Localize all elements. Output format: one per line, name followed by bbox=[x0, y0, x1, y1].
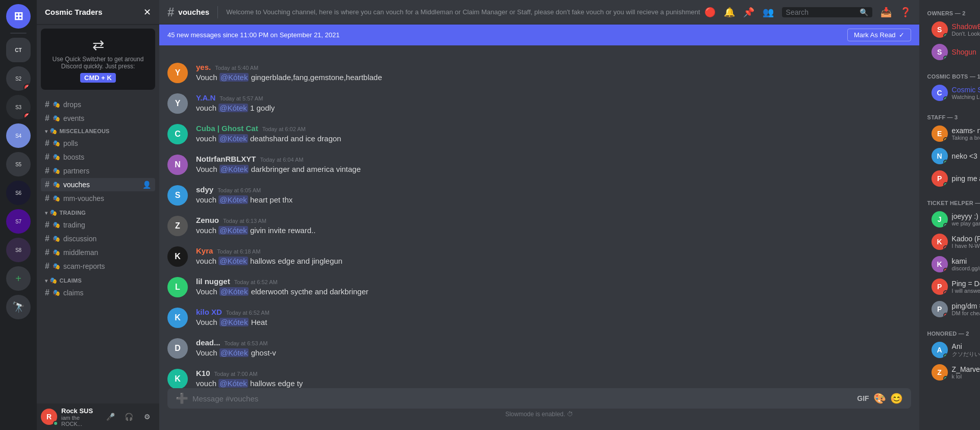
channel-item-claims[interactable]: # 🎭 claims bbox=[41, 286, 155, 299]
channel-list: # 🎭 drops # 🎭 events ▾ 🎭 MISCELLANEOUS #… bbox=[37, 94, 159, 403]
avatar: S bbox=[932, 44, 948, 60]
header-icons: 🔴 🔔 📌 👥 🔍 📥 ❓ bbox=[704, 7, 911, 18]
message-input[interactable] bbox=[192, 389, 853, 409]
mention[interactable]: @Kótek bbox=[218, 104, 248, 112]
message-timestamp: Today at 6:13 AM bbox=[223, 218, 266, 224]
avatar: K bbox=[932, 256, 948, 272]
channel-item-drops[interactable]: # 🎭 drops bbox=[41, 98, 155, 111]
channel-item-vouches[interactable]: # 🎭 vouches 👤 bbox=[41, 178, 155, 191]
mention[interactable]: @Kótek bbox=[219, 318, 249, 326]
list-item[interactable]: A Ani クソだりいなー bbox=[923, 339, 980, 361]
server-2[interactable]: S2 1 bbox=[6, 66, 31, 91]
list-item[interactable]: N neko <3 bbox=[923, 145, 980, 167]
channel-item-middleman[interactable]: # 🎭 middleman bbox=[41, 246, 155, 259]
channel-item-partners[interactable]: # 🎭 partners bbox=[41, 164, 155, 178]
member-name: Ping = Delete bbox=[952, 280, 980, 288]
mention[interactable]: @Kótek bbox=[219, 348, 249, 357]
message-author[interactable]: dead... bbox=[196, 338, 220, 347]
channel-item-events[interactable]: # 🎭 events bbox=[41, 112, 155, 125]
emoji-button[interactable]: 😊 bbox=[890, 388, 903, 409]
list-item[interactable]: P ping/dm = delete noobs DM for cheap + … bbox=[923, 298, 980, 320]
server-header[interactable]: Cosmic Traders ✕ bbox=[37, 0, 159, 24]
deafen-button[interactable]: 🎧 bbox=[120, 409, 137, 425]
search-box[interactable]: 🔍 bbox=[782, 7, 872, 17]
category-header-miscellaneous[interactable]: ▾ 🎭 MISCELLANEOUS bbox=[37, 125, 159, 137]
message-author[interactable]: sdyy bbox=[196, 185, 213, 194]
channel-item-trading[interactable]: # 🎭 trading bbox=[41, 218, 155, 232]
list-item[interactable]: Z Z_Marvel k lol bbox=[923, 361, 980, 384]
server-3[interactable]: S3 2 bbox=[6, 95, 31, 119]
server-list: ⊞ CT S2 1 S3 2 S4 S5 S6 S7 S8 + 🔭 bbox=[0, 0, 37, 430]
mention[interactable]: @Kótek bbox=[218, 257, 248, 265]
table-row: K kilo XD Today at 6:52 AM Vouch @Kótek … bbox=[159, 307, 919, 329]
mention[interactable]: @Kótek bbox=[218, 379, 248, 388]
mute-button[interactable]: 🎤 bbox=[102, 409, 118, 425]
discord-home-icon[interactable]: ⊞ bbox=[6, 4, 31, 29]
list-item[interactable]: K kami discord.gg/raven bbox=[923, 253, 980, 275]
search-input[interactable] bbox=[786, 8, 857, 16]
add-server-button[interactable]: + bbox=[6, 266, 31, 291]
message-timestamp: Today at 6:53 AM bbox=[225, 340, 268, 346]
list-item[interactable]: J joeyyy :) we play games a lot to avoid… bbox=[923, 208, 980, 231]
add-attachment-button[interactable]: ➕ bbox=[176, 388, 188, 409]
pin-icon[interactable]: 📌 bbox=[743, 7, 754, 18]
server-8[interactable]: S8 bbox=[6, 238, 31, 262]
server-6[interactable]: S6 bbox=[6, 181, 31, 205]
list-item[interactable]: P ping me and i will cut y... bbox=[923, 167, 980, 190]
channel-item-discussion[interactable]: # 🎭 discussion bbox=[41, 232, 155, 245]
message-author[interactable]: NotIrfanRBLXYT bbox=[196, 155, 256, 163]
channel-item-polls[interactable]: # 🎭 polls bbox=[41, 137, 155, 150]
mention[interactable]: @Kótek bbox=[218, 134, 248, 143]
server-7[interactable]: S7 bbox=[6, 209, 31, 234]
server-5[interactable]: S5 bbox=[6, 152, 31, 176]
bell-icon[interactable]: 🔔 bbox=[724, 7, 735, 18]
list-item[interactable]: E exams- not doing ticke... Taking a bre… bbox=[923, 122, 980, 145]
member-name: exams- not doing ticke... bbox=[952, 127, 980, 135]
category-header-trading[interactable]: ▾ 🎭 TRADING bbox=[37, 207, 159, 218]
category-header-claims[interactable]: ▾ 🎭 CLAIMS bbox=[37, 275, 159, 286]
mark-as-read-button[interactable]: Mark As Read ✓ bbox=[847, 29, 911, 41]
explore-public-servers-button[interactable]: 🔭 bbox=[6, 295, 31, 319]
member-status: I have N-Word Pass bbox=[952, 243, 980, 249]
message-text: vouch @Kótek heart pet thx bbox=[196, 195, 911, 206]
server-4[interactable]: S4 bbox=[6, 123, 31, 148]
member-name: neko <3 bbox=[952, 152, 980, 160]
user-controls: 🎤 🎧 ⚙ bbox=[102, 409, 155, 425]
gif-button[interactable]: GIF bbox=[857, 390, 869, 407]
help-icon[interactable]: ❓ bbox=[900, 7, 911, 18]
channel-item-scam-reports[interactable]: # 🎭 scam-reports bbox=[41, 260, 155, 273]
message-author[interactable]: K10 bbox=[196, 369, 210, 377]
messages-area[interactable]: Y yes. Today at 5:40 AM Vouch @Kótek gin… bbox=[159, 45, 919, 388]
avatar: P bbox=[932, 170, 948, 187]
mention[interactable]: @Kótek bbox=[218, 226, 248, 235]
server-cosmic-traders[interactable]: CT bbox=[6, 38, 31, 62]
table-row: S sdyy Today at 6:05 AM vouch @Kótek hea… bbox=[159, 184, 919, 207]
mention[interactable]: @Kótek bbox=[219, 165, 249, 173]
message-author[interactable]: Cuba | Ghost Cat bbox=[196, 124, 258, 133]
list-item[interactable]: S ShadowBob ♛ Don't. Look. Back. bbox=[923, 18, 980, 41]
list-item[interactable]: C Cosmic Support BOT Watching Loading#26… bbox=[923, 82, 980, 104]
sticker-button[interactable]: 🎨 bbox=[873, 388, 886, 409]
mention[interactable]: @Kótek bbox=[218, 195, 248, 204]
channel-item-mm-vouches[interactable]: # 🎭 mm-vouches bbox=[41, 192, 155, 205]
avatar: P bbox=[932, 301, 948, 317]
members-icon[interactable]: 👥 bbox=[763, 7, 774, 18]
table-row: K K10 Today at 7:00 AM vouch @Kótek hall… bbox=[159, 368, 919, 388]
message-author[interactable]: yes. bbox=[196, 63, 211, 71]
message-author[interactable]: Kyra bbox=[196, 246, 213, 255]
user-settings-button[interactable]: ⚙ bbox=[139, 409, 155, 425]
message-author[interactable]: lil nugget bbox=[196, 277, 230, 286]
list-item[interactable]: S Shogun bbox=[923, 41, 980, 63]
list-item[interactable]: K Kadoo (Ping/Dm=Delu... I have N-Word P… bbox=[923, 231, 980, 253]
list-item[interactable]: P Ping = Delete I will answer dm and pin… bbox=[923, 275, 980, 298]
message-author[interactable]: Y.A.N bbox=[196, 93, 215, 102]
message-timestamp: Today at 6:52 AM bbox=[234, 279, 278, 285]
message-author[interactable]: Zenuo bbox=[196, 216, 219, 224]
mention[interactable]: @Kótek bbox=[219, 287, 249, 296]
channel-item-boosts[interactable]: # 🎭 boosts bbox=[41, 150, 155, 164]
inbox-icon[interactable]: 📥 bbox=[880, 7, 892, 18]
table-row: Y Y.A.N Today at 5:57 AM vouch @Kótek 1 … bbox=[159, 92, 919, 115]
mention[interactable]: @Kótek bbox=[219, 73, 249, 82]
hash-icon[interactable]: 🔴 bbox=[704, 7, 716, 18]
message-author[interactable]: kilo XD bbox=[196, 308, 222, 316]
